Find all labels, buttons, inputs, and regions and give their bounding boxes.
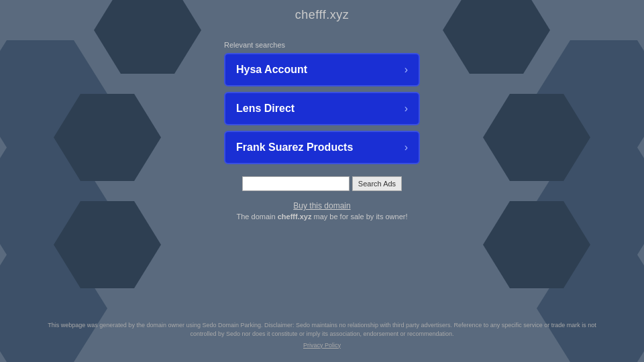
buy-domain-link[interactable]: Buy this domain [293, 201, 350, 210]
buy-domain-description: The domain chefff.xyz may be for sale by… [237, 213, 408, 221]
search-ads-button[interactable]: Search Ads [352, 176, 402, 191]
buy-domain-section: Buy this domain The domain chefff.xyz ma… [237, 199, 408, 221]
buy-domain-desc-prefix: The domain [237, 213, 278, 221]
search-link-hysa-account[interactable]: Hysa Account › [224, 53, 420, 86]
relevant-searches-label: Relevant searches [224, 41, 285, 49]
search-link-label: Frank Suarez Products [236, 141, 353, 154]
search-link-frank-suarez-products[interactable]: Frank Suarez Products › [224, 131, 420, 164]
search-link-lens-direct[interactable]: Lens Direct › [224, 92, 420, 125]
site-title: chefff.xyz [295, 8, 349, 22]
main-content: chefff.xyz Relevant searches Hysa Accoun… [0, 0, 644, 362]
buy-domain-desc-suffix: may be for sale by its owner! [311, 213, 407, 221]
search-link-label: Lens Direct [236, 103, 294, 115]
search-input[interactable] [242, 176, 350, 191]
search-links-list: Hysa Account › Lens Direct › Frank Suare… [224, 53, 420, 164]
search-bar: Search Ads [242, 176, 402, 191]
chevron-right-icon: › [405, 64, 408, 76]
buy-domain-domain: chefff.xyz [278, 213, 312, 221]
chevron-right-icon: › [405, 141, 408, 154]
chevron-right-icon: › [405, 103, 408, 115]
footer-disclaimer: This webpage was generated by the domain… [0, 321, 644, 351]
footer-text: This webpage was generated by the domain… [48, 322, 596, 338]
search-link-label: Hysa Account [236, 64, 307, 76]
privacy-policy-link[interactable]: Privacy Policy [40, 341, 604, 351]
